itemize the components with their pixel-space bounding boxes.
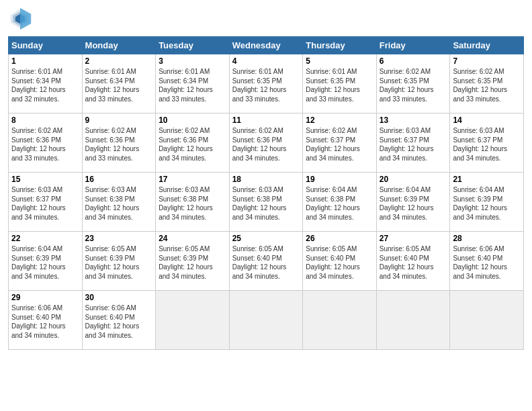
day-number: 24 [159, 234, 226, 243]
day-number: 8 [11, 116, 79, 125]
weekday-header-thursday: Thursday [303, 37, 377, 54]
day-cell-13: 13 Sunrise: 6:03 AMSunset: 6:37 PMDaylig… [376, 113, 450, 173]
day-number: 25 [232, 234, 300, 243]
week-row-5: 29 Sunrise: 6:06 AMSunset: 6:40 PMDaylig… [9, 291, 524, 350]
logo-icon [8, 7, 32, 31]
day-info: Sunrise: 6:03 AMSunset: 6:38 PMDaylight:… [159, 185, 226, 222]
day-info: Sunrise: 6:05 AMSunset: 6:39 PMDaylight:… [159, 244, 226, 281]
day-info: Sunrise: 6:02 AMSunset: 6:35 PMDaylight:… [380, 67, 447, 103]
week-row-3: 15 Sunrise: 6:03 AMSunset: 6:37 PMDaylig… [9, 173, 524, 232]
day-cell-24: 24 Sunrise: 6:05 AMSunset: 6:39 PMDaylig… [156, 232, 230, 291]
logo [8, 7, 35, 31]
day-number: 2 [85, 56, 153, 66]
day-number: 26 [306, 234, 373, 243]
day-info: Sunrise: 6:03 AMSunset: 6:38 PMDaylight:… [232, 185, 300, 222]
day-number: 14 [453, 116, 521, 125]
day-info: Sunrise: 6:04 AMSunset: 6:39 PMDaylight:… [453, 185, 521, 222]
day-info: Sunrise: 6:01 AMSunset: 6:34 PMDaylight:… [159, 67, 226, 103]
empty-cell [303, 291, 377, 350]
day-number: 13 [380, 116, 447, 125]
day-cell-17: 17 Sunrise: 6:03 AMSunset: 6:38 PMDaylig… [156, 173, 230, 232]
weekday-header-friday: Friday [376, 37, 450, 54]
day-cell-4: 4 Sunrise: 6:01 AMSunset: 6:35 PMDayligh… [229, 54, 303, 113]
day-cell-30: 30 Sunrise: 6:06 AMSunset: 6:40 PMDaylig… [82, 291, 156, 350]
day-cell-20: 20 Sunrise: 6:04 AMSunset: 6:39 PMDaylig… [376, 173, 450, 232]
day-cell-2: 2 Sunrise: 6:01 AMSunset: 6:34 PMDayligh… [82, 54, 156, 113]
day-number: 9 [85, 116, 153, 125]
weekday-header-saturday: Saturday [450, 37, 524, 54]
day-cell-27: 27 Sunrise: 6:05 AMSunset: 6:40 PMDaylig… [376, 232, 450, 291]
day-number: 10 [159, 116, 226, 125]
weekday-header-tuesday: Tuesday [156, 37, 230, 54]
day-cell-15: 15 Sunrise: 6:03 AMSunset: 6:37 PMDaylig… [9, 173, 83, 232]
day-number: 16 [85, 175, 153, 184]
day-info: Sunrise: 6:03 AMSunset: 6:37 PMDaylight:… [380, 126, 447, 163]
week-row-4: 22 Sunrise: 6:04 AMSunset: 6:39 PMDaylig… [9, 232, 524, 291]
day-number: 29 [11, 293, 79, 302]
day-number: 5 [306, 56, 373, 66]
weekday-header-sunday: Sunday [9, 37, 83, 54]
day-number: 20 [380, 175, 447, 184]
day-info: Sunrise: 6:02 AMSunset: 6:36 PMDaylight:… [232, 126, 300, 163]
day-cell-22: 22 Sunrise: 6:04 AMSunset: 6:39 PMDaylig… [9, 232, 83, 291]
day-number: 22 [11, 234, 79, 243]
day-cell-6: 6 Sunrise: 6:02 AMSunset: 6:35 PMDayligh… [376, 54, 450, 113]
day-number: 17 [159, 175, 226, 184]
day-cell-25: 25 Sunrise: 6:05 AMSunset: 6:40 PMDaylig… [229, 232, 303, 291]
day-info: Sunrise: 6:06 AMSunset: 6:40 PMDaylight:… [11, 304, 79, 340]
day-number: 7 [453, 56, 521, 66]
week-row-1: 1 Sunrise: 6:01 AMSunset: 6:34 PMDayligh… [9, 54, 524, 113]
day-cell-3: 3 Sunrise: 6:01 AMSunset: 6:34 PMDayligh… [156, 54, 230, 113]
day-info: Sunrise: 6:02 AMSunset: 6:36 PMDaylight:… [11, 126, 79, 163]
day-info: Sunrise: 6:02 AMSunset: 6:36 PMDaylight:… [85, 126, 153, 163]
calendar-body: 1 Sunrise: 6:01 AMSunset: 6:34 PMDayligh… [9, 54, 524, 350]
day-number: 28 [453, 234, 521, 243]
weekday-header-wednesday: Wednesday [229, 37, 303, 54]
day-info: Sunrise: 6:05 AMSunset: 6:40 PMDaylight:… [232, 244, 300, 281]
day-number: 18 [232, 175, 300, 184]
day-info: Sunrise: 6:05 AMSunset: 6:40 PMDaylight:… [306, 244, 373, 281]
calendar-container: SundayMondayTuesdayWednesdayThursdayFrid… [0, 0, 532, 411]
day-number: 1 [11, 56, 79, 66]
day-info: Sunrise: 6:05 AMSunset: 6:40 PMDaylight:… [380, 244, 447, 281]
day-cell-26: 26 Sunrise: 6:05 AMSunset: 6:40 PMDaylig… [303, 232, 377, 291]
week-row-2: 8 Sunrise: 6:02 AMSunset: 6:36 PMDayligh… [9, 113, 524, 173]
day-cell-5: 5 Sunrise: 6:01 AMSunset: 6:35 PMDayligh… [303, 54, 377, 113]
day-info: Sunrise: 6:01 AMSunset: 6:34 PMDaylight:… [11, 67, 79, 103]
day-info: Sunrise: 6:04 AMSunset: 6:39 PMDaylight:… [11, 244, 79, 281]
day-cell-18: 18 Sunrise: 6:03 AMSunset: 6:38 PMDaylig… [229, 173, 303, 232]
empty-cell [156, 291, 230, 350]
day-cell-12: 12 Sunrise: 6:02 AMSunset: 6:37 PMDaylig… [303, 113, 377, 173]
day-cell-9: 9 Sunrise: 6:02 AMSunset: 6:36 PMDayligh… [82, 113, 156, 173]
empty-cell [376, 291, 450, 350]
day-info: Sunrise: 6:02 AMSunset: 6:37 PMDaylight:… [306, 126, 373, 163]
empty-cell [229, 291, 303, 350]
day-number: 15 [11, 175, 79, 184]
weekday-header-monday: Monday [82, 37, 156, 54]
day-cell-14: 14 Sunrise: 6:03 AMSunset: 6:37 PMDaylig… [450, 113, 524, 173]
day-cell-19: 19 Sunrise: 6:04 AMSunset: 6:38 PMDaylig… [303, 173, 377, 232]
day-cell-11: 11 Sunrise: 6:02 AMSunset: 6:36 PMDaylig… [229, 113, 303, 173]
day-info: Sunrise: 6:03 AMSunset: 6:37 PMDaylight:… [11, 185, 79, 222]
day-info: Sunrise: 6:01 AMSunset: 6:35 PMDaylight:… [232, 67, 300, 103]
day-info: Sunrise: 6:04 AMSunset: 6:38 PMDaylight:… [306, 185, 373, 222]
day-number: 19 [306, 175, 373, 184]
day-cell-28: 28 Sunrise: 6:06 AMSunset: 6:40 PMDaylig… [450, 232, 524, 291]
day-info: Sunrise: 6:04 AMSunset: 6:39 PMDaylight:… [380, 185, 447, 222]
day-info: Sunrise: 6:05 AMSunset: 6:39 PMDaylight:… [85, 244, 153, 281]
day-cell-7: 7 Sunrise: 6:02 AMSunset: 6:35 PMDayligh… [450, 54, 524, 113]
header [8, 7, 524, 31]
day-info: Sunrise: 6:01 AMSunset: 6:34 PMDaylight:… [85, 67, 153, 103]
day-cell-21: 21 Sunrise: 6:04 AMSunset: 6:39 PMDaylig… [450, 173, 524, 232]
day-number: 21 [453, 175, 521, 184]
day-number: 30 [85, 293, 153, 302]
day-number: 3 [159, 56, 226, 66]
day-cell-29: 29 Sunrise: 6:06 AMSunset: 6:40 PMDaylig… [9, 291, 83, 350]
empty-cell [450, 291, 524, 350]
day-info: Sunrise: 6:03 AMSunset: 6:37 PMDaylight:… [453, 126, 521, 163]
day-info: Sunrise: 6:06 AMSunset: 6:40 PMDaylight:… [453, 244, 521, 281]
day-number: 12 [306, 116, 373, 125]
day-cell-10: 10 Sunrise: 6:02 AMSunset: 6:36 PMDaylig… [156, 113, 230, 173]
day-info: Sunrise: 6:06 AMSunset: 6:40 PMDaylight:… [85, 304, 153, 340]
day-number: 4 [232, 56, 300, 66]
